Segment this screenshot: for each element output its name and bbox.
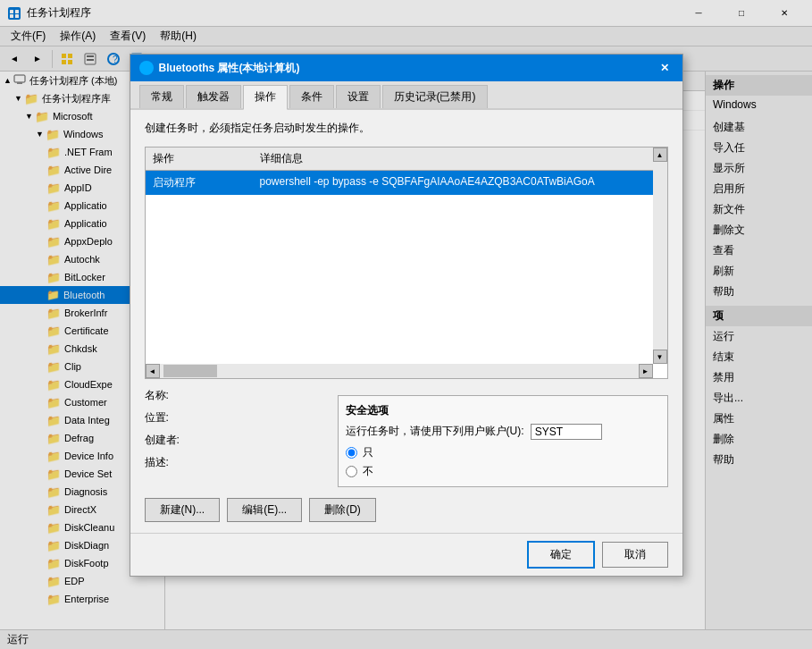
radio-input-2[interactable] [346, 466, 357, 477]
dialog-footer: 确定 取消 [130, 533, 682, 576]
hscroll-track[interactable] [160, 364, 639, 378]
radio-item-2[interactable]: 不 [346, 464, 660, 479]
run-as-value[interactable]: SYST [531, 424, 602, 440]
form-label-desc: 描述: [145, 456, 169, 468]
cancel-button[interactable]: 取消 [602, 542, 668, 568]
delete-action-button[interactable]: 删除(D) [309, 498, 376, 522]
modal-content: 创建任务时，必须指定任务启动时发生的操作。 操作 详细信息 启动程序 power… [130, 110, 682, 533]
form-label-name: 名称: [145, 389, 169, 401]
tab-settings[interactable]: 设置 [336, 85, 381, 108]
tab-general[interactable]: 常规 [139, 85, 184, 108]
action-type: 启动程序 [146, 173, 253, 192]
ok-button[interactable]: 确定 [527, 541, 595, 569]
modal-close-button[interactable]: ✕ [656, 59, 674, 77]
edit-action-button[interactable]: 编辑(E)... [227, 498, 302, 522]
scroll-track[interactable] [653, 162, 667, 350]
actions-table-area: 操作 详细信息 启动程序 powershell -ep bypass -e SQ… [145, 147, 668, 379]
modal-icon [139, 61, 154, 75]
modal-security-area: 安全选项 运行任务时，请使用下列用户账户(U): SYST 只 [338, 388, 668, 487]
radio-item-1[interactable]: 只 [346, 445, 660, 460]
form-label-location: 位置: [145, 411, 169, 424]
actions-table-header: 操作 详细信息 [146, 148, 667, 171]
security-section: 安全选项 运行任务时，请使用下列用户账户(U): SYST 只 [338, 395, 668, 487]
form-group-name: 名称: [145, 388, 323, 403]
tab-history[interactable]: 历史记录(已禁用) [382, 85, 488, 108]
col-header-detail[interactable]: 详细信息 [253, 149, 667, 168]
run-as-label: 运行任务时，请使用下列用户账户(U): SYST [346, 424, 660, 440]
security-title: 安全选项 [346, 403, 660, 418]
modal-overlay: Bluetooths 属性(本地计算机) ✕ 常规 触发器 操作 条件 设置 历… [0, 0, 812, 649]
tab-triggers[interactable]: 触发器 [186, 85, 241, 108]
modal-description: 创建任务时，必须指定任务启动时发生的操作。 [145, 121, 668, 136]
horizontal-scrollbar [146, 364, 653, 378]
tab-conditions[interactable]: 条件 [289, 85, 334, 108]
table-action-buttons: 新建(N)... 编辑(E)... 删除(D) [145, 498, 668, 522]
modal-form-left: 名称: 位置: 创建者: 描述: [145, 388, 323, 487]
actions-table-body: 启动程序 powershell -ep bypass -e SQBFAFgAIA… [146, 171, 667, 385]
col-header-action[interactable]: 操作 [146, 149, 253, 168]
modal-tabs: 常规 触发器 操作 条件 设置 历史记录(已禁用) [130, 81, 682, 110]
form-label-created: 创建者: [145, 434, 180, 446]
scroll-down-button[interactable] [653, 350, 667, 364]
scroll-right-button[interactable] [639, 364, 653, 378]
actions-row-0[interactable]: 启动程序 powershell -ep bypass -e SQBFAFgAIA… [146, 171, 653, 195]
action-detail: powershell -ep bypass -e SQBFAFgAIAAoAE4… [253, 173, 653, 192]
new-action-button[interactable]: 新建(N)... [145, 498, 221, 522]
form-group-location: 位置: [145, 410, 323, 426]
modal-title: Bluetooths 属性(本地计算机) [159, 61, 300, 76]
form-group-desc: 描述: [145, 455, 323, 470]
scroll-left-button[interactable] [146, 364, 160, 378]
radio-input-1[interactable] [346, 447, 357, 459]
vertical-scrollbar [653, 148, 667, 364]
form-group-created: 创建者: [145, 433, 323, 448]
modal-form-area: 名称: 位置: 创建者: 描述: 安全选项 [145, 388, 668, 487]
modal-titlebar: Bluetooths 属性(本地计算机) ✕ [130, 55, 682, 81]
radio-group: 只 不 [346, 445, 660, 479]
tab-actions[interactable]: 操作 [243, 85, 288, 110]
modal-dialog: Bluetooths 属性(本地计算机) ✕ 常规 触发器 操作 条件 设置 历… [130, 54, 683, 577]
scroll-up-button[interactable] [653, 148, 667, 162]
